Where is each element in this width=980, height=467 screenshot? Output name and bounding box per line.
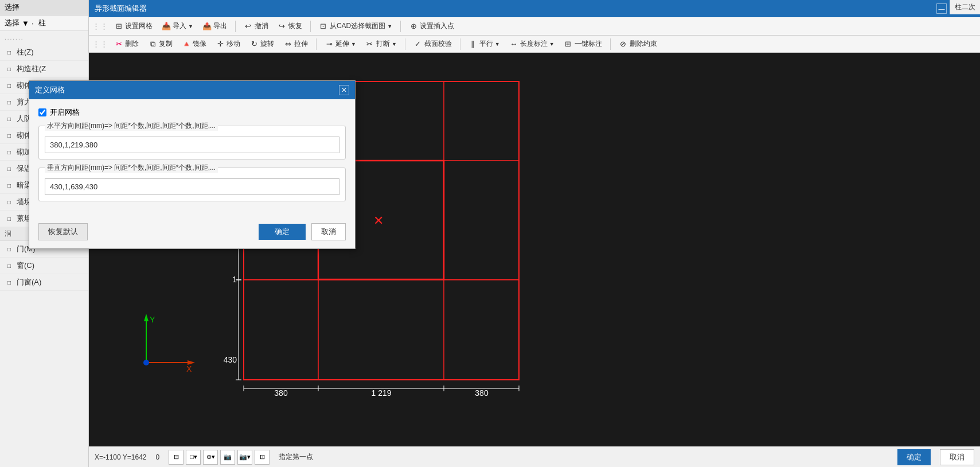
- sidebar-item-label: 柱(Z): [17, 47, 34, 57]
- move-button[interactable]: ✛ 移动: [212, 38, 244, 50]
- sidebar-item-struct-column[interactable]: □ 构造柱(Z: [0, 61, 88, 77]
- horizontal-input[interactable]: [45, 137, 339, 153]
- set-grid-button[interactable]: ⊞ 设置网格: [111, 20, 156, 32]
- set-grid-label: 设置网格: [125, 21, 153, 31]
- sidebar-item-column-z[interactable]: □ 柱(Z): [0, 44, 88, 61]
- editor-title: 异形截面编辑器: [95, 3, 147, 14]
- mirror-icon: 🔺: [182, 40, 191, 49]
- sidebar-item-label: 门窗(A): [17, 277, 41, 287]
- copy-icon: ⧉: [148, 40, 157, 49]
- copy-label: 复制: [159, 39, 173, 49]
- sidebar-header: 选择: [0, 0, 88, 15]
- status-icon-2[interactable]: □▾: [186, 450, 201, 465]
- length-mark-button[interactable]: ↔ 长度标注 ▼: [506, 38, 558, 50]
- mirror-button[interactable]: 🔺 镜像: [178, 38, 210, 50]
- stretch-button[interactable]: ⇔ 拉伸: [280, 38, 311, 50]
- brick-wall-icon: □: [5, 131, 14, 140]
- delete-constraint-button[interactable]: ⊘ 删除约束: [615, 38, 661, 50]
- sidebar-item-window[interactable]: □ 窗(C): [0, 258, 88, 274]
- stretch-label: 拉伸: [294, 39, 308, 49]
- dialog-close-button[interactable]: ✕: [339, 85, 349, 95]
- status-confirm-button[interactable]: 确定: [897, 449, 931, 465]
- length-mark-label: 长度标注: [520, 39, 548, 49]
- door-icon: □: [5, 244, 14, 254]
- rotate-label: 旋转: [260, 39, 274, 49]
- one-key-mark-button[interactable]: ⊞ 一键标注: [560, 38, 606, 50]
- undo-button[interactable]: ↩ 撤消: [240, 20, 272, 32]
- status-icon-6[interactable]: ⊡: [255, 450, 270, 465]
- check-icon: ✓: [413, 40, 423, 49]
- vertical-input[interactable]: [45, 178, 339, 195]
- dialog-footer: 恢复默认 确定 取消: [29, 217, 355, 248]
- sidebar-select-label: 选择: [5, 18, 19, 28]
- enable-grid-label[interactable]: 开启网格: [50, 107, 80, 118]
- status-cancel-button[interactable]: 取消: [940, 449, 974, 465]
- select-from-cad-label: 从CAD选择截面图: [330, 21, 385, 31]
- dialog-body: 开启网格 水平方向间距(mm)=> 间距*个数,间距,间距*个数,间距,... …: [29, 99, 355, 217]
- x-axis-label: X: [186, 364, 192, 373]
- define-grid-dialog[interactable]: 定义网格 ✕ 开启网格 水平方向间距(mm)=> 间距*个数,间距,间距*个数,…: [29, 80, 356, 249]
- select-from-cad-button[interactable]: ⊡ 从CAD选择截面图 ▼: [315, 20, 396, 32]
- section-check-button[interactable]: ✓ 截面校验: [410, 38, 455, 50]
- status-icon-5[interactable]: 📷▾: [237, 450, 252, 465]
- sidebar-title: 选择: [5, 3, 19, 11]
- toolbar2-sep-1: [316, 38, 317, 50]
- status-icon-1[interactable]: ⊟: [169, 450, 183, 465]
- undo-label: 撤消: [255, 21, 268, 31]
- window-icon: □: [5, 261, 14, 270]
- svg-point-4: [143, 360, 149, 365]
- toolbar2-separator-dots: ⋮⋮: [92, 40, 108, 48]
- move-label: 移动: [227, 39, 240, 49]
- parallel-label: 平行: [479, 39, 493, 49]
- status-icon-3[interactable]: ⊕▾: [203, 450, 218, 465]
- svg-marker-1: [144, 314, 149, 321]
- mirror-label: 镜像: [193, 39, 206, 49]
- delete-button[interactable]: ✂ 删除: [111, 38, 142, 50]
- status-zero: 0: [156, 453, 160, 461]
- toolbar-separator-dots: ⋮⋮: [92, 22, 108, 30]
- sidebar-item-label: 构造柱(Z: [17, 64, 46, 74]
- move-icon: ✛: [216, 40, 225, 49]
- import-icon: 📥: [162, 22, 171, 31]
- import-button[interactable]: 📥 导入 ▼: [158, 20, 197, 32]
- wall-col-icon: □: [5, 197, 14, 207]
- dim-left-horiz: 380: [274, 388, 288, 398]
- restore-default-button[interactable]: 恢复默认: [38, 223, 88, 240]
- grid-icon: ⊞: [114, 22, 123, 31]
- sidebar-column-label: 柱: [38, 18, 46, 28]
- copy-button[interactable]: ⧉ 复制: [145, 38, 176, 50]
- delete-icon: ✂: [114, 40, 123, 49]
- extend-label: 延伸: [335, 39, 349, 49]
- sidebar-item-label: 窗(C): [17, 260, 34, 271]
- extend-button[interactable]: ⊸ 延伸 ▼: [321, 38, 360, 50]
- toolbar-1: ⋮⋮ ⊞ 设置网格 📥 导入 ▼ 📤 导出 ↩ 撤消 ↪ 恢复 ⊡ 从CAD选择…: [89, 17, 980, 36]
- parallel-button[interactable]: ∥ 平行 ▼: [465, 38, 503, 50]
- export-button[interactable]: 📤 导出: [199, 20, 231, 32]
- center-x-mark: ✕: [373, 213, 384, 228]
- sidebar-select-row[interactable]: 选择 ▼ · 柱: [0, 15, 88, 31]
- toolbar2-sep-2: [405, 38, 405, 50]
- toolbar2-sep-3: [460, 38, 460, 50]
- enable-grid-checkbox[interactable]: [38, 108, 46, 116]
- break-button[interactable]: ✂ 打断 ▼: [362, 38, 400, 50]
- toolbar-sep-1: [235, 21, 236, 32]
- parallel-icon: ∥: [468, 40, 478, 49]
- sidebar-item-door-window[interactable]: □ 门窗(A): [0, 274, 88, 291]
- redo-button[interactable]: ↪ 恢复: [274, 20, 306, 32]
- dialog-title: 定义网格: [35, 85, 65, 95]
- status-prompt: 指定第一点: [279, 452, 888, 462]
- dialog-cancel-button[interactable]: 取消: [311, 223, 346, 240]
- vertical-section-label: 垂直方向间距(mm)=> 间距*个数,间距,间距*个数,间距,...: [45, 163, 218, 173]
- toolbar2-sep-4: [610, 38, 611, 50]
- extend-icon: ⊸: [325, 40, 334, 49]
- status-icon-4[interactable]: 📷: [220, 450, 235, 465]
- length-icon: ↔: [509, 40, 518, 49]
- dialog-ok-button[interactable]: 确定: [259, 224, 306, 240]
- set-insert-point-button[interactable]: ⊕ 设置插入点: [405, 20, 458, 32]
- redo-label: 恢复: [288, 21, 302, 31]
- rotate-button[interactable]: ↻ 旋转: [246, 38, 278, 50]
- delete-constraint-label: 删除约束: [630, 39, 657, 49]
- minimize-button[interactable]: —: [936, 3, 947, 14]
- door-window-icon: □: [5, 278, 14, 287]
- editor-titlebar: 异形截面编辑器 — □ ✕: [89, 0, 980, 17]
